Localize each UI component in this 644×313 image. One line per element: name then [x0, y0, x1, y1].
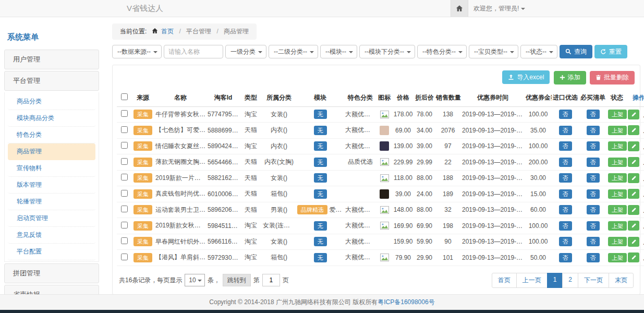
import-select-toggle[interactable]: 否 [559, 221, 572, 231]
edit-button[interactable] [628, 125, 639, 135]
status-badge[interactable]: 上架 [608, 189, 627, 199]
sidebar-submenu-item[interactable]: 平台配置 [8, 244, 95, 260]
edit-button[interactable] [628, 173, 639, 183]
import-select-toggle[interactable]: 否 [559, 205, 572, 214]
must-buy-toggle[interactable]: 否 [587, 253, 600, 262]
must-buy-toggle[interactable]: 否 [587, 173, 600, 183]
discount-price: 88.00 [414, 170, 435, 186]
edit-button[interactable] [628, 252, 639, 262]
filter-select[interactable]: --状态-- [520, 45, 557, 58]
pager-item[interactable]: 首页 [492, 273, 517, 288]
filter-select[interactable]: --宝贝类型-- [469, 45, 518, 58]
import-select-toggle[interactable]: 否 [559, 237, 572, 246]
row-checkbox[interactable] [121, 190, 128, 197]
row-checkbox[interactable] [121, 158, 128, 165]
filter-select[interactable]: --二级分类-- [269, 45, 318, 58]
edit-button[interactable] [628, 205, 639, 215]
row-checkbox[interactable] [121, 174, 128, 180]
edit-button[interactable] [628, 141, 639, 151]
filter-select[interactable]: --模块-- [320, 45, 357, 58]
must-buy-toggle[interactable]: 否 [587, 158, 600, 167]
pager-item[interactable]: 下一页 [578, 273, 609, 288]
status-badge[interactable]: 上架 [608, 126, 627, 135]
import-select-toggle[interactable]: 否 [559, 253, 572, 262]
must-buy-toggle[interactable]: 否 [587, 141, 600, 151]
status-badge[interactable]: 上架 [608, 221, 627, 231]
product-name: 真皮钱包时尚优雅女士... [154, 186, 206, 202]
must-buy-toggle[interactable]: 否 [587, 205, 600, 214]
pager-item[interactable]: 1 [547, 273, 563, 288]
name-search-input[interactable] [164, 45, 223, 58]
must-buy-toggle[interactable]: 否 [587, 110, 600, 119]
product-name: 早春网红针织外套女春... [154, 234, 206, 250]
must-buy-toggle[interactable]: 否 [587, 189, 600, 199]
add-button[interactable]: 添加 [554, 71, 586, 85]
icp-link[interactable]: 粤ICP备16098006号 [378, 298, 434, 307]
sidebar-submenu-item[interactable]: 启动页管理 [8, 210, 95, 227]
page-number-input[interactable] [262, 274, 280, 286]
edit-button[interactable] [628, 157, 639, 167]
row-checkbox[interactable] [121, 142, 128, 149]
row-checkbox[interactable] [121, 126, 128, 133]
batch-delete-button[interactable]: 批量删除 [590, 71, 635, 85]
sidebar-submenu-item[interactable]: 意见反馈 [8, 227, 95, 244]
row-checkbox[interactable] [121, 110, 128, 117]
pager-item[interactable]: 末页 [609, 273, 634, 288]
sidebar-group-item[interactable]: 拼团管理 [4, 263, 99, 283]
filter-select[interactable]: --特色分类-- [417, 45, 467, 58]
sidebar-submenu-item[interactable]: 宣传物料 [8, 160, 95, 177]
status-badge[interactable]: 上架 [608, 205, 627, 214]
row-checkbox[interactable] [121, 222, 128, 228]
pager-item[interactable]: 上一页 [516, 273, 548, 288]
status-badge[interactable]: 上架 [608, 110, 627, 119]
jump-button[interactable]: 跳转到 [223, 274, 251, 286]
column-header: 进口优选 [552, 89, 579, 107]
status-badge[interactable]: 上架 [608, 173, 627, 183]
pencil-icon [631, 223, 637, 228]
edit-button[interactable] [628, 110, 639, 119]
must-buy-toggle[interactable]: 否 [587, 126, 600, 135]
sidebar-submenu-item[interactable]: 商品管理 [8, 143, 95, 160]
per-page-select[interactable]: 10 [185, 274, 204, 286]
taoke-id: 588869917501 [206, 123, 240, 139]
row-checkbox[interactable] [121, 254, 128, 260]
pager-item[interactable]: 2 [562, 273, 578, 288]
data-source-select[interactable]: --数据来源-- [112, 45, 162, 58]
import-select-toggle[interactable]: 否 [559, 110, 572, 119]
breadcrumb-label: 当前位置: [120, 28, 147, 35]
module-none-badge: 无 [314, 173, 327, 183]
discount-price: 29.99 [414, 154, 435, 171]
sidebar-item-platform-mgmt[interactable]: 平台管理 [4, 71, 99, 91]
sidebar-submenu-item[interactable]: 模块商品分类 [8, 110, 95, 127]
import-excel-button[interactable]: 导入excel [502, 70, 550, 84]
import-select-toggle[interactable]: 否 [559, 158, 572, 167]
reset-button[interactable]: 重置 [594, 45, 627, 58]
edit-button[interactable] [628, 237, 639, 247]
user-menu[interactable]: 欢迎您，管理员! [473, 0, 525, 17]
sidebar-submenu-item[interactable]: 特色分类 [8, 127, 95, 143]
breadcrumb-home-link[interactable]: 首页 [161, 28, 174, 35]
sidebar-submenu-item[interactable]: 轮播管理 [8, 194, 95, 210]
home-button[interactable] [451, 0, 468, 17]
status-badge[interactable]: 上架 [608, 141, 627, 151]
sidebar-submenu-item[interactable]: 商品分类 [8, 93, 95, 110]
import-select-toggle[interactable]: 否 [559, 189, 572, 199]
edit-button[interactable] [628, 221, 639, 231]
filter-select[interactable]: 一级分类 [225, 45, 266, 58]
search-button[interactable]: 查询 [560, 45, 592, 58]
status-badge[interactable]: 上架 [608, 253, 627, 262]
must-buy-toggle[interactable]: 否 [587, 221, 600, 231]
import-select-toggle[interactable]: 否 [559, 141, 572, 151]
import-select-toggle[interactable]: 否 [559, 126, 572, 135]
sidebar-submenu-item[interactable]: 版本管理 [8, 177, 95, 194]
row-checkbox[interactable] [121, 237, 128, 244]
row-checkbox[interactable] [121, 206, 128, 212]
status-badge[interactable]: 上架 [608, 237, 627, 246]
select-all-checkbox[interactable] [121, 93, 128, 100]
filter-select[interactable]: --模块下分类-- [359, 45, 415, 58]
edit-button[interactable] [628, 189, 639, 199]
sidebar-item-user-mgmt[interactable]: 用户管理 [4, 50, 99, 69]
must-buy-toggle[interactable]: 否 [587, 237, 600, 246]
status-badge[interactable]: 上架 [608, 158, 627, 167]
import-select-toggle[interactable]: 否 [559, 173, 572, 183]
